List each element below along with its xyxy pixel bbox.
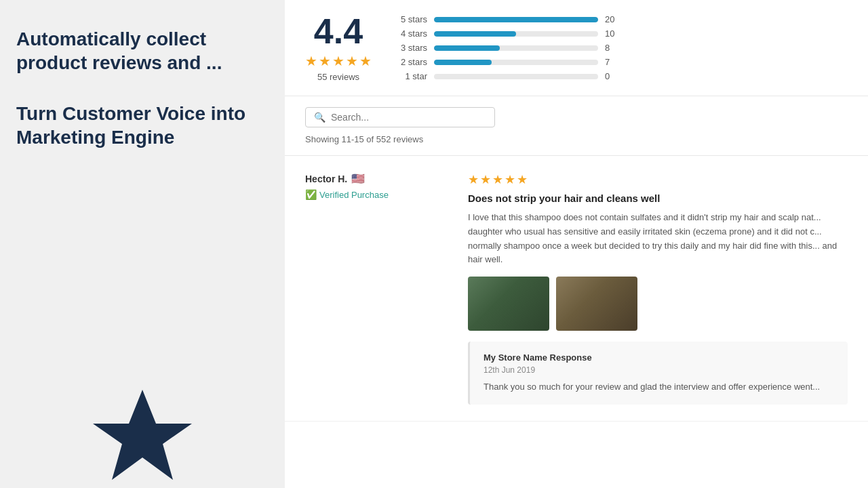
bar-label: 1 star xyxy=(399,71,427,81)
review-header: Hector H. 🇺🇸 ✅ Verified Purchase ★ ★ ★ ★… xyxy=(305,172,848,405)
rating-score: 4.4 xyxy=(314,14,363,49)
bar-row: 1 star0 xyxy=(399,71,616,81)
bar-label: 5 stars xyxy=(399,14,427,24)
bar-fill xyxy=(434,17,598,22)
bar-row: 2 stars7 xyxy=(399,57,616,67)
r-star-5-icon: ★ xyxy=(517,172,528,187)
rating-stars: ★ ★ ★ ★ ★ xyxy=(305,53,372,69)
bar-row: 3 stars8 xyxy=(399,43,616,53)
star-3-icon: ★ xyxy=(332,53,344,69)
verified-text: Verified Purchase xyxy=(319,190,389,200)
bar-track xyxy=(434,60,598,65)
search-icon: 🔍 xyxy=(314,112,326,123)
svg-marker-0 xyxy=(93,390,192,480)
bar-label: 4 stars xyxy=(399,28,427,39)
store-response-name: My Store Name Response xyxy=(484,352,834,363)
rating-summary: 4.4 ★ ★ ★ ★ ★ 55 reviews 5 stars204 star… xyxy=(285,0,868,96)
bar-track xyxy=(434,74,598,79)
review-count: 55 reviews xyxy=(317,72,359,82)
rating-bars: 5 stars204 stars103 stars82 stars71 star… xyxy=(399,14,616,81)
bar-row: 4 stars10 xyxy=(399,28,616,39)
bar-count: 8 xyxy=(605,43,616,53)
review-content: ★ ★ ★ ★ ★ Does not strip your hair and c… xyxy=(468,172,848,405)
search-box[interactable]: 🔍 xyxy=(305,107,495,127)
bar-fill xyxy=(434,60,492,65)
bar-track xyxy=(434,31,598,37)
flag-icon: 🇺🇸 xyxy=(351,172,365,185)
bar-fill xyxy=(434,45,500,51)
bar-row: 5 stars20 xyxy=(399,14,616,24)
bar-track xyxy=(434,45,598,51)
search-input[interactable] xyxy=(331,112,486,123)
heading-collect: Automatically collect product reviews an… xyxy=(16,27,269,75)
store-response-date: 12th Jun 2019 xyxy=(484,365,834,375)
review-images xyxy=(468,277,848,331)
r-star-1-icon: ★ xyxy=(468,172,479,187)
right-panel: 4.4 ★ ★ ★ ★ ★ 55 reviews 5 stars204 star… xyxy=(285,0,868,488)
review-body: I love that this shampoo does not contai… xyxy=(468,211,848,267)
reviewer-info: Hector H. 🇺🇸 ✅ Verified Purchase xyxy=(305,172,441,200)
bar-track xyxy=(434,17,598,22)
store-response: My Store Name Response 12th Jun 2019 Tha… xyxy=(468,342,848,405)
search-area: 🔍 Showing 11-15 of 552 reviews xyxy=(285,96,868,156)
bar-count: 0 xyxy=(605,71,616,81)
bar-label: 2 stars xyxy=(399,57,427,67)
store-response-text: Thank you so much for your review and gl… xyxy=(484,380,834,394)
bar-fill xyxy=(434,31,516,37)
verified-check-icon: ✅ xyxy=(305,189,317,200)
reviewer-name: Hector H. 🇺🇸 xyxy=(305,172,441,185)
star-half-icon: ★ xyxy=(359,53,372,69)
bar-label: 3 stars xyxy=(399,43,427,53)
left-panel: Automatically collect product reviews an… xyxy=(0,0,285,488)
reviewer-name-text: Hector H. xyxy=(305,174,347,184)
review-image-2 xyxy=(556,277,637,331)
bar-count: 20 xyxy=(605,14,616,24)
star-2-icon: ★ xyxy=(319,53,331,69)
heading-marketing: Turn Customer Voice into Marketing Engin… xyxy=(16,102,269,149)
verified-badge: ✅ Verified Purchase xyxy=(305,189,441,200)
review-stars: ★ ★ ★ ★ ★ xyxy=(468,172,848,187)
review-title: Does not strip your hair and cleans well xyxy=(468,192,848,204)
r-star-4-icon: ★ xyxy=(505,172,515,187)
bar-count: 10 xyxy=(605,28,616,39)
showing-text: Showing 11-15 of 552 reviews xyxy=(305,134,848,144)
star-1-icon: ★ xyxy=(305,53,317,69)
r-star-2-icon: ★ xyxy=(480,172,491,187)
r-star-3-icon: ★ xyxy=(492,172,503,187)
star-decoration-icon xyxy=(92,386,193,488)
star-4-icon: ★ xyxy=(346,53,358,69)
rating-big: 4.4 ★ ★ ★ ★ ★ 55 reviews xyxy=(305,14,372,82)
review-item: Hector H. 🇺🇸 ✅ Verified Purchase ★ ★ ★ ★… xyxy=(285,156,868,422)
bar-count: 7 xyxy=(605,57,616,67)
review-image-1 xyxy=(468,277,549,331)
